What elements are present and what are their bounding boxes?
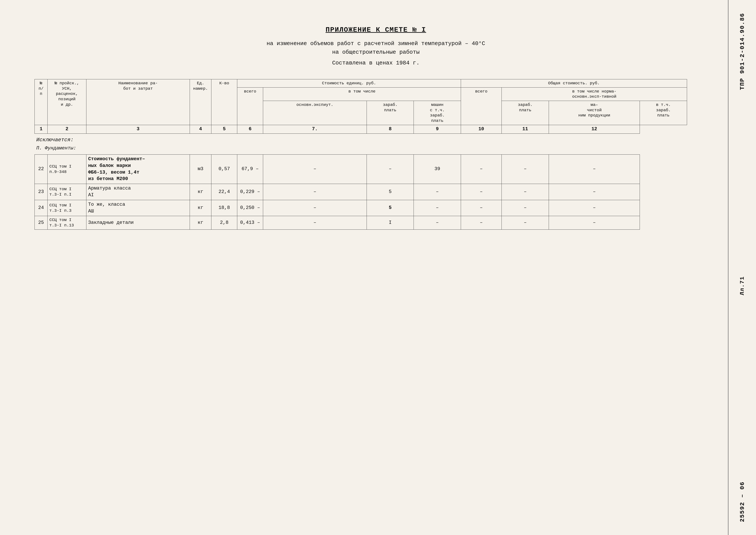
subtitle-line1: на изменение объемов работ с расчетной з… xyxy=(35,40,717,47)
row24-num: 24 xyxy=(35,200,48,216)
col-num-2: 2 xyxy=(48,125,86,133)
col-header-num: №п/п xyxy=(35,79,48,125)
sidebar-text-bottom: 25592 – 06 xyxy=(739,482,746,522)
row24-t-total: – xyxy=(461,200,501,216)
col-num-1: 1 xyxy=(35,125,48,133)
col-num-8: 8 xyxy=(366,125,414,133)
row25-name: Закладные детали xyxy=(86,216,190,229)
row25-t-total: – xyxy=(461,216,501,229)
col-num-10: 10 xyxy=(461,125,501,133)
row22-ref: ССЦ том Iп.9-348 xyxy=(48,155,86,184)
col-header-t-cond: ма–чистойним продукции xyxy=(549,101,640,125)
row23-qty: 22,4 xyxy=(211,184,237,200)
col-header-uc-total: всего xyxy=(237,87,263,125)
row24-unit: кг xyxy=(190,200,211,216)
table-row-22: 22 ССЦ том Iп.9-348 Стоимость фундамент–… xyxy=(35,155,687,184)
row24-name: То же, классаАШ xyxy=(86,200,190,216)
row22-t-base: – xyxy=(502,155,549,184)
col-num-6: 6 xyxy=(237,125,263,133)
col-header-name: Наименование ра-бот и затрат xyxy=(86,79,190,125)
row25-t-norm: – xyxy=(549,216,640,229)
sidebar-text-top: ТПР 901-2-014.90.86 xyxy=(739,13,746,90)
right-sidebar: ТПР 901-2-014.90.86 Лл.71 25592 – 06 xyxy=(728,0,756,535)
row25-uc-total: 0,413 – xyxy=(237,216,263,229)
row24-uc-wage: 5 xyxy=(366,200,414,216)
col-num-3: 3 xyxy=(86,125,190,133)
col-header-uc-base: основн.экспиут. xyxy=(263,101,367,125)
section-header-text: Исключается: xyxy=(35,133,640,144)
row22-num: 22 xyxy=(35,155,48,184)
col-header-ref: № пройск.,УСН,расценок,позицийи др. xyxy=(48,79,86,125)
row24-t-base: – xyxy=(502,200,549,216)
row23-t-base: – xyxy=(502,184,549,200)
row23-uc-wage: 5 xyxy=(366,184,414,200)
col-header-t-norm: в т.ч.зараб.плать xyxy=(640,101,687,125)
subtitle-line2: на общестроительные работы xyxy=(35,49,717,55)
row25-num: 25 xyxy=(35,216,48,229)
col-num-11: 11 xyxy=(502,125,549,133)
table-row-25: 25 ССЦ том Iт.3-I п.13 Закладные детали … xyxy=(35,216,687,229)
row24-ref: ССЦ том Iт.3-I п.3 xyxy=(48,200,86,216)
row22-name: Стоимость фундамент–ных балок маркиФБ6-1… xyxy=(86,155,190,184)
row25-uc-mach: – xyxy=(414,216,461,229)
row22-unit: м3 xyxy=(190,155,211,184)
sidebar-text-mid: Лл.71 xyxy=(739,276,745,295)
row22-t-norm: – xyxy=(549,155,640,184)
row23-uc-mach: – xyxy=(414,184,461,200)
row23-ref: ССЦ том Iт.3-I п.I xyxy=(48,184,86,200)
section-sub-row: П. Фундаменты: xyxy=(35,144,687,155)
row24-uc-base: – xyxy=(263,200,367,216)
row22-uc-total: 67,9 – xyxy=(237,155,263,184)
row22-uc-wage: – xyxy=(366,155,414,184)
table-row-23: 23 ССЦ том Iт.3-I п.I Арматура классаАI … xyxy=(35,184,687,200)
page: ТПР 901-2-014.90.86 Лл.71 25592 – 06 ПРИ… xyxy=(0,0,756,535)
row24-uc-mach: – xyxy=(414,200,461,216)
row23-unit: кг xyxy=(190,184,211,200)
col-header-uc-wage: зараб.плать xyxy=(366,101,414,125)
row24-t-norm: – xyxy=(549,200,640,216)
section-header-row: Исключается: xyxy=(35,133,687,144)
col-header-t-total: всего xyxy=(461,87,501,125)
page-title: ПРИЛОЖЕНИЕ К СМЕТЕ № I xyxy=(35,26,717,34)
row22-uc-mach: 39 xyxy=(414,155,461,184)
header-section: ПРИЛОЖЕНИЕ К СМЕТЕ № I на изменение объе… xyxy=(35,26,717,66)
date-line: Составлена в ценах 1984 г. xyxy=(35,60,717,66)
row25-t-base: – xyxy=(502,216,549,229)
col-header-unit-cost: Стоимость единиц. руб. xyxy=(237,79,461,88)
col-num-4: 4 xyxy=(190,125,211,133)
col-header-t-base: зараб.плать xyxy=(502,101,549,125)
row23-uc-total: 0,229 – xyxy=(237,184,263,200)
row24-qty: 18,8 xyxy=(211,200,237,216)
row23-t-norm: – xyxy=(549,184,640,200)
col-header-uc-including: в том числе xyxy=(263,87,461,101)
main-table: №п/п № пройск.,УСН,расценок,позицийи др.… xyxy=(35,79,687,230)
row23-name: Арматура классаАI xyxy=(86,184,190,200)
table-row-24: 24 ССЦ том Iт.3-I п.3 То же, классаАШ кг… xyxy=(35,200,687,216)
col-num-7: 7. xyxy=(263,125,367,133)
row25-uc-wage: I xyxy=(366,216,414,229)
col-header-qty: К-во xyxy=(211,79,237,125)
col-header-total: Общая стоимость. руб. xyxy=(461,79,687,88)
col-header-uc-mach: машинс т.ч.зараб.плать xyxy=(414,101,461,125)
col-num-12: 12 xyxy=(549,125,640,133)
col-header-t-including: в том числе норма-основн.эксп-тивной xyxy=(502,87,687,101)
table-header-row1: №п/п № пройск.,УСН,расценок,позицийи др.… xyxy=(35,79,687,88)
row22-uc-base: – xyxy=(263,155,367,184)
row23-num: 23 xyxy=(35,184,48,200)
row25-uc-base: – xyxy=(263,216,367,229)
row22-t-total: – xyxy=(461,155,501,184)
row23-uc-base: – xyxy=(263,184,367,200)
section-sub-text: П. Фундаменты: xyxy=(35,144,640,155)
col-num-5: 5 xyxy=(211,125,237,133)
col-num-9: 9 xyxy=(414,125,461,133)
row22-qty: 0,57 xyxy=(211,155,237,184)
col-header-unit: Ед.намер. xyxy=(190,79,211,125)
row25-ref: ССЦ том Iт.3-I п.13 xyxy=(48,216,86,229)
row25-qty: 2,8 xyxy=(211,216,237,229)
row23-t-total: – xyxy=(461,184,501,200)
row25-unit: кг xyxy=(190,216,211,229)
row24-uc-total: 0,250 – xyxy=(237,200,263,216)
table-number-row: 1 2 3 4 5 6 7. 8 9 10 11 12 xyxy=(35,125,687,133)
